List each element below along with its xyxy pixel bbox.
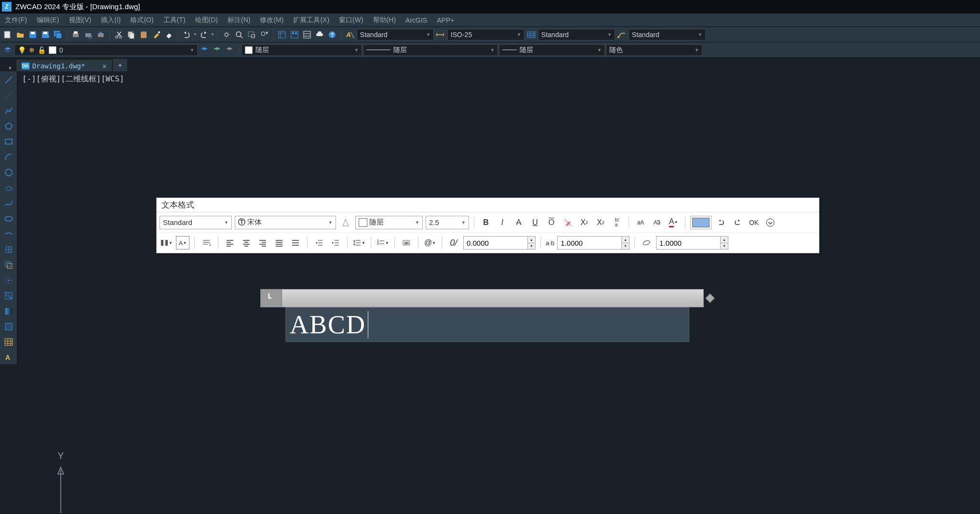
ruler-tab-icon[interactable] [261,290,282,307]
spin-down-icon[interactable]: ▼ [622,243,629,250]
options-icon[interactable] [764,216,777,229]
menu-insert[interactable]: 插入(I) [101,16,121,25]
oblique-icon[interactable] [640,236,653,250]
oblique-input[interactable]: ▲▼ [656,236,728,250]
saveall-icon[interactable] [52,29,64,40]
dim-style-icon[interactable] [435,29,446,40]
layer-states-icon[interactable] [211,44,223,56]
erase-icon[interactable] [163,29,175,40]
dim-style-select[interactable]: ISO-25▼ [447,29,524,40]
menu-dim[interactable]: 标注(N) [228,16,250,25]
mleader-style-icon[interactable] [616,29,628,40]
properties-icon[interactable] [276,29,288,40]
align-justify-icon[interactable] [272,236,286,250]
tracking-input[interactable]: ▲▼ [463,236,536,250]
menu-format[interactable]: 格式(O) [130,16,153,25]
arc-tool[interactable] [2,150,15,164]
plotstyle-select[interactable]: 随色 ▼ [606,44,702,56]
polyline-tool[interactable] [2,104,15,118]
bold-button[interactable]: B [479,216,493,229]
save-icon[interactable] [27,29,39,40]
spin-down-icon[interactable]: ▼ [528,243,535,250]
layer-manager-icon[interactable] [2,44,13,56]
zoom-window-icon[interactable] [246,29,257,40]
new-icon[interactable] [2,29,13,40]
insert-block-tool[interactable] [2,243,15,256]
color-select[interactable]: 随层 ▼ [242,44,362,56]
pan-icon[interactable] [221,29,232,40]
menu-edit[interactable]: 编辑(E) [37,16,59,25]
saveas-icon[interactable] [40,29,51,40]
point-tool[interactable] [2,274,15,287]
linetype-select[interactable]: 随层 ▼ [363,44,498,56]
width-factor-value[interactable] [558,237,629,249]
menu-file[interactable]: 文件(F) [5,16,27,25]
help-icon[interactable]: ? [326,29,338,40]
redo-dropdown-icon[interactable]: ▼ [211,32,215,37]
ellipse-arc-tool[interactable] [2,227,15,241]
tool-palette-icon[interactable] [301,29,313,40]
indent-decrease-icon[interactable] [312,236,326,250]
polygon-tool[interactable] [2,119,15,133]
undo-text-icon[interactable] [714,216,728,229]
strikethrough-button[interactable]: A [512,216,525,229]
region-tool[interactable] [2,320,15,333]
mtext-tool[interactable]: A [2,351,15,364]
numbering-icon[interactable]: 12▼ [376,236,389,250]
lineweight-select[interactable]: 随层 ▼ [499,44,605,56]
publish-icon[interactable] [95,29,107,40]
spin-up-icon[interactable]: ▲ [721,237,728,243]
text-height-combo[interactable]: 2.5▼ [426,216,469,229]
spin-up-icon[interactable]: ▲ [528,237,535,243]
match-prop-icon[interactable] [150,29,162,40]
tab-scroll-icon[interactable]: ▼ [5,65,15,72]
new-tab-button[interactable]: ＋ [113,59,127,72]
cloud-icon[interactable] [314,29,325,40]
undo-dropdown-icon[interactable]: ▼ [193,32,197,37]
align-right-icon[interactable] [256,236,269,250]
construction-line-tool[interactable] [2,89,15,102]
undo-icon[interactable] [181,29,192,40]
line-spacing-icon[interactable]: ▼ [352,236,366,250]
stack-button[interactable]: b/a [610,216,624,229]
uppercase-icon[interactable]: aA [634,216,647,229]
redo-icon[interactable] [198,29,210,40]
close-tab-icon[interactable]: ✕ [102,62,106,70]
layer-select[interactable]: 💡 ❄ 🔓 0 ▼ [14,44,198,56]
insert-field-icon[interactable]: ab [400,236,413,250]
align-left-icon[interactable] [223,236,237,250]
underline-button[interactable]: U [528,216,542,229]
file-tab-active[interactable]: DWG Drawing1.dwg* ✕ [16,60,112,72]
oblique-value[interactable] [657,237,728,249]
text-ruler[interactable] [260,289,704,307]
mtext-justify-icon[interactable]: A▼ [176,236,189,250]
ok-button[interactable]: OK [747,216,761,229]
menu-express[interactable]: 扩展工具(X) [293,16,329,25]
copy-icon[interactable] [125,29,137,40]
menu-tools[interactable]: 工具(T) [163,16,186,25]
print-icon[interactable] [70,29,81,40]
make-block-tool[interactable] [2,258,15,272]
menu-view[interactable]: 视图(V) [69,16,92,25]
hatch-tool[interactable] [2,289,15,303]
font-color-icon[interactable]: A▼ [667,216,680,229]
paragraph-icon[interactable] [200,236,213,250]
mleader-style-select[interactable]: Standard▼ [629,29,706,40]
symbol-icon[interactable]: @▼ [423,236,437,250]
menu-window[interactable]: 窗口(W) [339,16,363,25]
cut-icon[interactable] [113,29,124,40]
text-style-icon[interactable]: A [344,29,356,40]
oblique-angle-icon[interactable]: 0/ [447,236,460,250]
ellipse-tool[interactable] [2,212,15,225]
subscript-button[interactable]: X2 [594,216,607,229]
align-center-icon[interactable] [240,236,253,250]
rectangle-tool[interactable] [2,135,15,148]
spin-up-icon[interactable]: ▲ [622,237,629,243]
viewport-label[interactable]: [-][俯视][二维线框][WCS] [22,74,124,84]
open-icon[interactable] [14,29,26,40]
clear-format-icon[interactable] [561,216,575,229]
spin-down-icon[interactable]: ▼ [721,243,728,250]
mtext-input[interactable]: ABCD [285,307,689,342]
text-color-combo[interactable]: 随层▼ [355,216,423,229]
text-style-select[interactable]: Standard▼ [357,29,434,40]
